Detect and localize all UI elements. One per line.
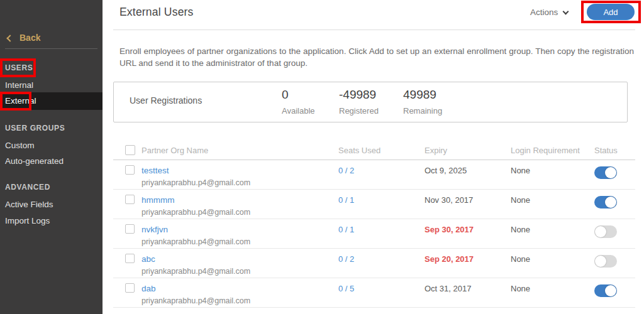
select-all-checkbox[interactable] [125,145,135,155]
back-button[interactable]: Back [8,33,40,43]
table-row: testtest priyankaprabhu.p4@gmail.com 0 /… [113,160,635,190]
toggle-knob [605,167,616,178]
toggle-knob [605,197,616,208]
actions-label: Actions [530,8,558,17]
row-checkbox[interactable] [125,224,135,234]
sidebar-item-auto-generated[interactable]: Auto-generated [0,156,103,166]
back-label: Back [19,33,40,43]
chevron-left-icon [6,35,13,41]
org-email: priyankaprabhu.p4@gmail.com [142,296,338,305]
login-requirement: None [511,278,594,307]
row-checkbox[interactable] [125,195,135,204]
sidebar-section-user-groups: USER GROUPS [5,124,65,133]
page-title: External Users [119,6,194,19]
sidebar: Back USERS Internal External USER GROUPS… [0,0,103,314]
table-row: nvkfjvn priyankaprabhu.p4@gmail.com 0 / … [113,219,635,249]
status-toggle[interactable] [594,255,617,268]
toggle-knob [595,256,606,267]
stat-available-label: Available [282,106,315,116]
seats-used-link[interactable]: 0 / 5 [338,278,425,307]
org-email: priyankaprabhu.p4@gmail.com [142,267,338,276]
expiry-date: Oct 31, 2017 [425,278,511,307]
login-requirement: None [511,219,594,248]
org-name-link[interactable]: abc [142,254,155,264]
org-email: priyankaprabhu.p4@gmail.com [142,208,338,217]
actions-dropdown[interactable]: Actions [530,8,568,17]
seats-used-link[interactable]: 0 / 2 [338,160,425,189]
expiry-date: Sep 20, 2017 [425,249,511,278]
sidebar-item-external[interactable]: External [0,92,103,110]
stat-available: 0 Available [282,88,315,116]
stat-remaining: 49989 Remaining [403,88,442,116]
seats-used-link[interactable]: 0 / 1 [338,190,425,219]
login-requirement: None [511,249,594,278]
add-button[interactable]: Add [587,4,635,20]
user-registrations-label: User Registrations [130,95,202,106]
column-status: Status [594,146,635,155]
expiry-date: Nov 30, 2017 [425,190,511,219]
sidebar-item-active-fields[interactable]: Active Fields [0,200,103,209]
org-email: priyankaprabhu.p4@gmail.com [142,237,338,246]
page-description: Enroll employees of partner organization… [119,45,634,69]
sidebar-section-advanced: ADVANCED [5,183,50,192]
toggle-knob [605,285,616,296]
status-toggle[interactable] [594,166,617,179]
status-toggle[interactable] [594,225,617,238]
external-users-page: Back USERS Internal External USER GROUPS… [0,0,644,314]
sidebar-item-import-logs[interactable]: Import Logs [0,216,103,225]
user-registrations-panel: User Registrations 0 Available -49989 Re… [113,82,628,122]
table-header-row: Partner Org Name Seats Used Expiry Login… [113,141,635,160]
column-partner-org-name: Partner Org Name [142,146,338,155]
stat-available-value: 0 [282,88,315,102]
org-name-link[interactable]: dab [142,284,156,293]
column-expiry: Expiry [425,146,511,155]
column-login-requirement: Login Requirement [511,146,594,155]
status-toggle[interactable] [594,196,617,208]
table-row: hmmmm priyankaprabhu.p4@gmail.com 0 / 1 … [113,190,635,219]
row-checkbox[interactable] [125,254,135,263]
sidebar-item-custom[interactable]: Custom [0,141,103,150]
row-checkbox[interactable] [125,165,135,175]
header-divider [113,30,635,30]
stat-remaining-value: 49989 [403,88,442,102]
chevron-down-icon [563,8,569,14]
login-requirement: None [511,190,594,219]
login-requirement: None [511,160,594,189]
partner-org-table: Partner Org Name Seats Used Expiry Login… [113,141,635,308]
sidebar-divider [5,48,97,49]
org-name-link[interactable]: testtest [142,166,169,175]
stat-remaining-label: Remaining [403,106,442,116]
column-seats-used: Seats Used [338,146,425,155]
seats-used-link[interactable]: 0 / 2 [338,249,425,278]
status-toggle[interactable] [594,284,617,297]
seats-used-link[interactable]: 0 / 1 [338,219,425,248]
sidebar-item-internal[interactable]: Internal [0,80,103,90]
org-name-link[interactable]: nvkfjvn [142,225,168,234]
table-row: abc priyankaprabhu.p4@gmail.com 0 / 2 Se… [113,249,635,278]
expiry-date: Sep 30, 2017 [425,219,511,248]
stat-registered: -49989 Registered [339,88,379,116]
org-name-link[interactable]: hmmmm [142,195,175,205]
sidebar-section-users: USERS [5,63,33,72]
toggle-knob [595,226,606,237]
expiry-date: Oct 9, 2025 [425,160,511,189]
stat-registered-label: Registered [339,106,379,116]
table-row: dab priyankaprabhu.p4@gmail.com 0 / 5 Oc… [113,278,635,308]
org-email: priyankaprabhu.p4@gmail.com [142,178,338,187]
stat-registered-value: -49989 [339,88,379,102]
row-checkbox[interactable] [125,283,135,293]
